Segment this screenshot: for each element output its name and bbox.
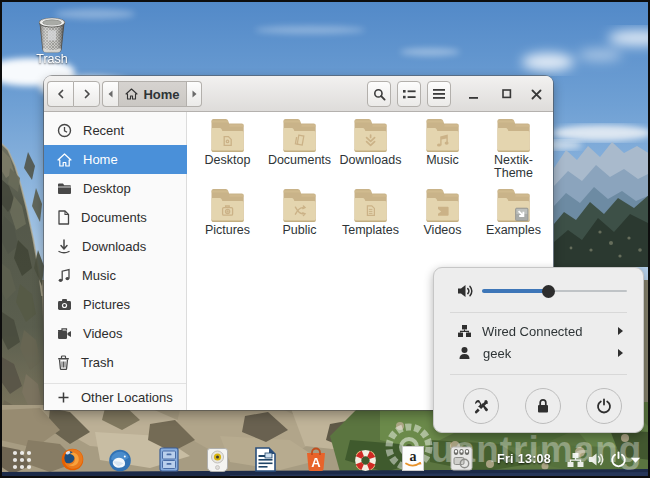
svg-text:A: A: [311, 455, 321, 470]
svg-text:a: a: [410, 449, 417, 464]
